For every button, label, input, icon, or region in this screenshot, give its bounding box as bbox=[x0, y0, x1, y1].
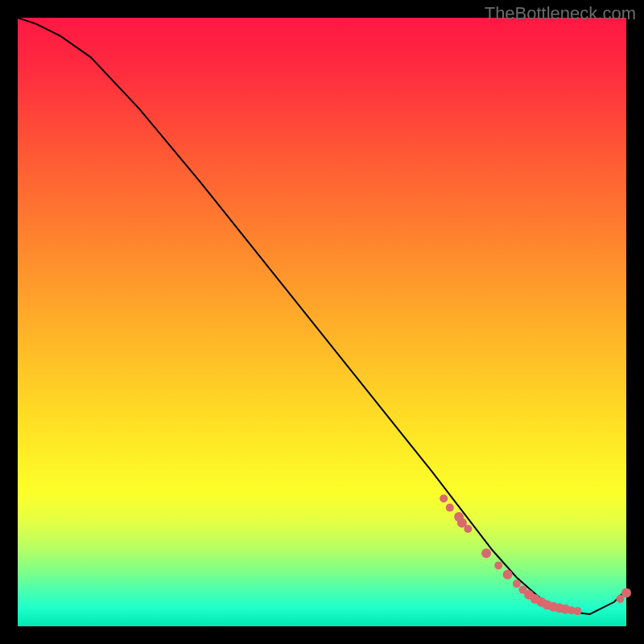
watermark-text: TheBottleneck.com bbox=[485, 3, 636, 24]
data-point bbox=[503, 570, 513, 580]
data-point bbox=[513, 580, 521, 588]
data-point bbox=[481, 548, 491, 558]
data-point bbox=[464, 525, 472, 533]
chart-plot-area bbox=[18, 18, 626, 626]
data-points-group bbox=[440, 494, 631, 615]
bottleneck-curve bbox=[18, 18, 626, 614]
data-point bbox=[446, 504, 454, 512]
data-point bbox=[440, 494, 448, 502]
data-point bbox=[494, 561, 502, 569]
data-point bbox=[621, 588, 631, 597]
data-point bbox=[574, 607, 582, 615]
chart-svg bbox=[18, 18, 626, 626]
